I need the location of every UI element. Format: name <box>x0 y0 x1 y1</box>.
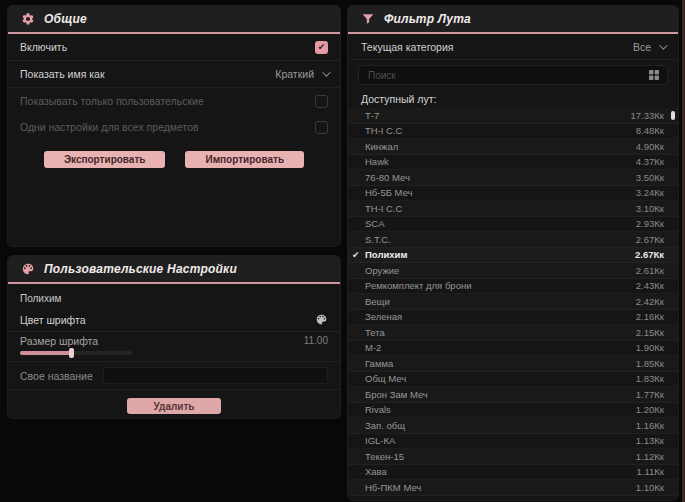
loot-item-name: Хава <box>365 466 387 477</box>
loot-item-price: 4.37Кк <box>636 156 664 167</box>
font-size-value: 11.00 <box>304 335 328 347</box>
display-name-label: Показать имя как <box>20 68 105 80</box>
setting-row-only-custom: Показывать только пользовательские <box>8 88 340 114</box>
font-size-row: Размер шрифта 11.00 <box>8 332 340 362</box>
loot-item-price: 3.24Кк <box>636 187 664 198</box>
panel-loot-header: Фильтр Лута <box>348 6 678 32</box>
loot-list-item[interactable]: ✔ Hawk 4.37Кк <box>348 155 678 171</box>
loot-item-price: 1.77Кк <box>636 389 664 400</box>
loot-item-name: Зап. общ <box>365 420 405 431</box>
loot-item-name: ТН-I С.С <box>365 203 402 214</box>
font-color-row: Цвет шрифта <box>8 308 340 332</box>
loot-list-item[interactable]: ✔ Т-7 17.33Кк <box>348 108 678 124</box>
category-label: Текущая категория <box>361 41 454 53</box>
delete-button[interactable]: Удалить <box>127 398 220 414</box>
loot-item-price: 17.33Кк <box>631 110 664 121</box>
loot-item-price: 2.16Кк <box>636 311 664 322</box>
loot-list: ✔ Т-7 17.33Кк ✔ ТН-I С.С 8.48Кк ✔ Кинжал… <box>348 108 678 496</box>
loot-list-item[interactable]: ✔ Rivals 1.20Кк <box>348 403 678 419</box>
export-button[interactable]: Экспортировать <box>44 151 166 168</box>
same-settings-checkbox[interactable] <box>315 121 328 134</box>
loot-list-item[interactable]: ✔ Текен-15 1.12Кк <box>348 449 678 465</box>
color-picker-icon[interactable] <box>315 313 328 326</box>
enable-label: Включить <box>20 41 67 53</box>
loot-item-price: 1.83Кк <box>636 373 664 384</box>
only-custom-checkbox[interactable] <box>315 95 328 108</box>
loot-list-item[interactable]: ✔ Нб-ПКМ Меч 1.10Кк <box>348 480 678 496</box>
loot-list-item[interactable]: ✔ Брон Зам Меч 1.77Кк <box>348 387 678 403</box>
import-button[interactable]: Импортировать <box>185 151 304 168</box>
font-color-label: Цвет шрифта <box>20 314 86 326</box>
loot-list-item[interactable]: ✔ ТН-I С.С 3.10Кк <box>348 201 678 217</box>
panel-loot-filter: Фильтр Лута Текущая категория Все <box>348 6 678 500</box>
search-input[interactable] <box>366 69 642 82</box>
loot-item-name: Общ Меч <box>365 373 406 384</box>
loot-item-price: 1.12Кк <box>636 451 664 462</box>
loot-list-item[interactable]: ✔ Общ Меч 1.83Кк <box>348 372 678 388</box>
list-scrollbar-thumb[interactable] <box>671 111 675 120</box>
loot-list-item[interactable]: ✔ Полихим 2.67Кк <box>348 248 678 264</box>
grid-options-icon[interactable] <box>648 69 660 81</box>
loot-item-name: Оружие <box>365 265 399 276</box>
setting-row-enable: Включить ✔ <box>8 34 340 61</box>
loot-list-item[interactable]: ✔ Вещи 2.42Кк <box>348 294 678 310</box>
panel-general-title: Общие <box>44 12 87 26</box>
loot-item-price: 2.93Кк <box>636 218 664 229</box>
loot-item-name: S.T.C. <box>365 234 391 245</box>
loot-item-price: 1.11Кк <box>637 466 664 477</box>
custom-name-input[interactable] <box>103 367 328 384</box>
selected-check-icon: ✔ <box>352 250 360 260</box>
loot-list-item[interactable]: ✔ Зеленая 2.16Кк <box>348 310 678 326</box>
loot-item-price: 2.15Кк <box>636 327 664 338</box>
loot-list-item[interactable]: ✔ IGL-КА 1.13Кк <box>348 434 678 450</box>
loot-item-price: 2.43Кк <box>636 280 664 291</box>
loot-list-item[interactable]: ✔ М-2 1.90Кк <box>348 341 678 357</box>
loot-item-price: 2.67Кк <box>635 249 664 260</box>
loot-item-name: Текен-15 <box>365 451 404 462</box>
loot-item-name: ТН-I С.С <box>365 125 402 136</box>
loot-item-price: 8.48Кк <box>636 125 664 136</box>
loot-item-name: Ремкомплект для брони <box>365 280 471 291</box>
category-dropdown[interactable]: Все <box>633 41 665 53</box>
loot-list-item[interactable]: ✔ Кинжал 4.90Кк <box>348 139 678 155</box>
loot-item-name: Нб-ПКМ Меч <box>365 482 421 493</box>
same-settings-label: Одни настройки для всех предметов <box>20 121 199 133</box>
loot-item-price: 1.10Кк <box>636 482 664 493</box>
loot-item-price: 4.90Кк <box>636 141 664 152</box>
custom-name-row: Свое название <box>8 362 340 390</box>
loot-list-item[interactable]: ✔ Зап. общ 1.16Кк <box>348 418 678 434</box>
loot-item-price: 2.67Кк <box>636 234 664 245</box>
loot-list-item[interactable]: ✔ S.T.C. 2.67Кк <box>348 232 678 248</box>
loot-item-name: Кинжал <box>365 141 398 152</box>
loot-list-item[interactable]: ✔ SCA 2.93Кк <box>348 217 678 233</box>
setting-row-display-name: Показать имя как Краткий <box>8 61 340 88</box>
loot-list-item[interactable]: ✔ Нб-5Б Меч 3.24Кк <box>348 186 678 202</box>
loot-list-item[interactable]: ✔ Ремкомплект для брони 2.43Кк <box>348 279 678 295</box>
category-value: Все <box>633 41 651 53</box>
loot-item-name: Зеленая <box>365 311 402 322</box>
display-name-value: Краткий <box>275 68 314 80</box>
loot-item-name: Rivals <box>365 404 391 415</box>
display-name-dropdown[interactable]: Краткий <box>275 68 328 80</box>
loot-list-item[interactable]: ✔ Оружие 2.61Кк <box>348 263 678 279</box>
panel-custom-header: Пользовательские Настройки <box>8 256 340 282</box>
panel-loot-title: Фильтр Лута <box>384 12 471 26</box>
loot-item-price: 1.16Кк <box>636 420 664 431</box>
loot-item-name: Тета <box>365 327 385 338</box>
font-size-slider[interactable] <box>20 351 132 355</box>
loot-item-name: 76-80 Меч <box>365 172 410 183</box>
loot-item-name: Полихим <box>365 249 407 260</box>
loot-list-item[interactable]: ✔ Хава 1.11Кк <box>348 465 678 481</box>
enable-checkbox[interactable]: ✔ <box>315 41 328 54</box>
loot-item-name: Нб-5Б Меч <box>365 187 413 198</box>
funnel-icon <box>361 12 375 26</box>
slider-thumb[interactable] <box>69 348 74 358</box>
loot-list-item[interactable]: ✔ ТН-I С.С 8.48Кк <box>348 124 678 140</box>
loot-list-item[interactable]: ✔ 76-80 Меч 3.50Кк <box>348 170 678 186</box>
loot-item-name: Hawk <box>365 156 389 167</box>
panel-general: Общие Включить ✔ Показать имя как Кратки… <box>8 6 340 246</box>
loot-list-item[interactable]: ✔ Гамма 1.85Кк <box>348 356 678 372</box>
loot-item-price: 1.13Кк <box>636 435 664 446</box>
loot-item-price: 1.20Кк <box>636 404 664 415</box>
loot-list-item[interactable]: ✔ Тета 2.15Кк <box>348 325 678 341</box>
